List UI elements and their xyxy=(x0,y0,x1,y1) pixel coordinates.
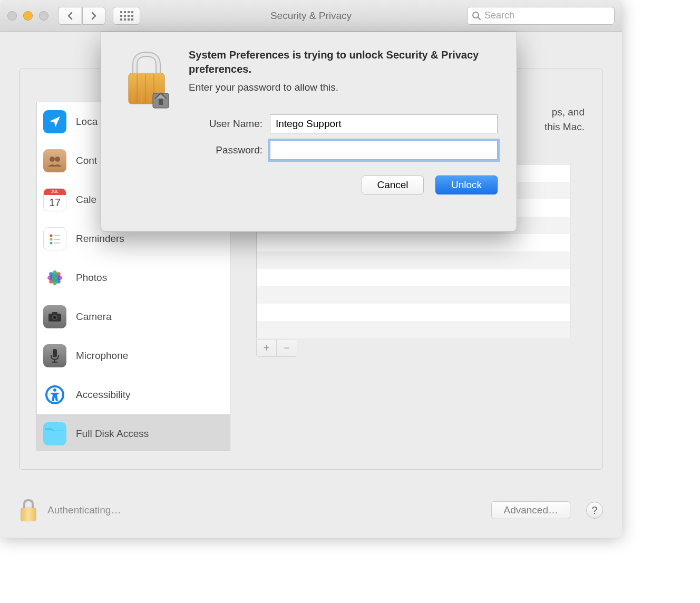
add-remove-buttons: + − xyxy=(256,339,297,357)
password-input[interactable] xyxy=(270,141,498,160)
reminders-icon xyxy=(43,227,66,250)
lock-status-text: Authenticating… xyxy=(47,504,121,516)
sidebar-item-label: Camera xyxy=(76,311,112,323)
sidebar-item-microphone[interactable]: Microphone xyxy=(37,336,230,375)
unlock-button[interactable]: Unlock xyxy=(435,176,498,194)
sidebar-item-camera[interactable]: Camera xyxy=(37,297,230,336)
sidebar-item-label: Reminders xyxy=(76,233,124,245)
sidebar-item-label: Loca xyxy=(76,116,98,128)
sidebar-item-label: Cale xyxy=(76,194,96,206)
lock-icon[interactable] xyxy=(19,499,38,522)
sidebar-item-accessibility[interactable]: Accessibility xyxy=(37,375,230,414)
window-controls xyxy=(7,11,48,21)
chevron-left-icon xyxy=(67,12,73,20)
username-input[interactable] xyxy=(270,114,498,133)
svg-point-18 xyxy=(53,316,56,319)
svg-rect-26 xyxy=(21,508,36,521)
nav-buttons xyxy=(58,7,105,25)
add-app-button[interactable]: + xyxy=(257,339,277,356)
zoom-window-button[interactable] xyxy=(39,11,48,21)
footer: Authenticating… Advanced… ? xyxy=(19,499,603,522)
sidebar-item-full-disk-access[interactable]: Full Disk Access xyxy=(37,414,230,451)
password-label: Password: xyxy=(189,144,262,156)
minimize-window-button[interactable] xyxy=(23,11,33,21)
camera-icon xyxy=(43,305,66,328)
close-window-button[interactable] xyxy=(7,11,17,21)
svg-rect-37 xyxy=(159,99,163,105)
sidebar-item-label: Full Disk Access xyxy=(76,428,149,440)
sidebar-item-label: Accessibility xyxy=(76,389,130,401)
svg-point-14 xyxy=(52,270,58,285)
search-field-wrap[interactable] xyxy=(467,7,615,25)
lock-large-icon xyxy=(120,48,173,111)
contacts-icon xyxy=(43,149,66,172)
grid-icon xyxy=(120,11,133,21)
sidebar-item-label: Photos xyxy=(76,272,107,284)
svg-point-3 xyxy=(55,157,60,162)
svg-point-2 xyxy=(50,157,55,162)
accessibility-icon xyxy=(43,383,66,406)
advanced-button[interactable]: Advanced… xyxy=(491,501,570,519)
svg-point-6 xyxy=(50,242,53,245)
photos-icon xyxy=(43,266,66,289)
dialog-title: System Preferences is trying to unlock S… xyxy=(189,48,498,76)
help-button[interactable]: ? xyxy=(586,502,603,519)
microphone-icon xyxy=(43,344,66,367)
svg-point-5 xyxy=(50,238,53,241)
sidebar-item-photos[interactable]: Photos xyxy=(37,258,230,297)
chevron-right-icon xyxy=(91,12,97,20)
forward-button[interactable] xyxy=(82,7,105,25)
titlebar: Security & Privacy xyxy=(0,0,622,32)
location-icon xyxy=(43,110,66,133)
remove-app-button[interactable]: − xyxy=(277,339,297,356)
back-button[interactable] xyxy=(58,7,81,25)
svg-point-24 xyxy=(53,388,56,392)
folder-icon xyxy=(43,422,66,445)
dialog-subtitle: Enter your password to allow this. xyxy=(189,82,498,93)
sidebar-item-label: Cont xyxy=(76,155,97,167)
search-input[interactable] xyxy=(484,10,610,21)
calendar-icon: JUL 17 xyxy=(43,188,66,211)
system-preferences-window: Security & Privacy ps, and this Mac. Loc… xyxy=(0,0,622,538)
sidebar-item-label: Microphone xyxy=(76,350,128,362)
authentication-dialog: System Preferences is trying to unlock S… xyxy=(101,32,517,232)
svg-point-4 xyxy=(50,235,53,237)
cancel-button[interactable]: Cancel xyxy=(362,176,424,194)
svg-rect-19 xyxy=(53,349,57,357)
show-all-button[interactable] xyxy=(113,7,140,25)
search-icon xyxy=(472,11,481,21)
svg-rect-16 xyxy=(52,312,57,315)
username-label: User Name: xyxy=(189,118,262,130)
svg-line-1 xyxy=(478,17,480,20)
